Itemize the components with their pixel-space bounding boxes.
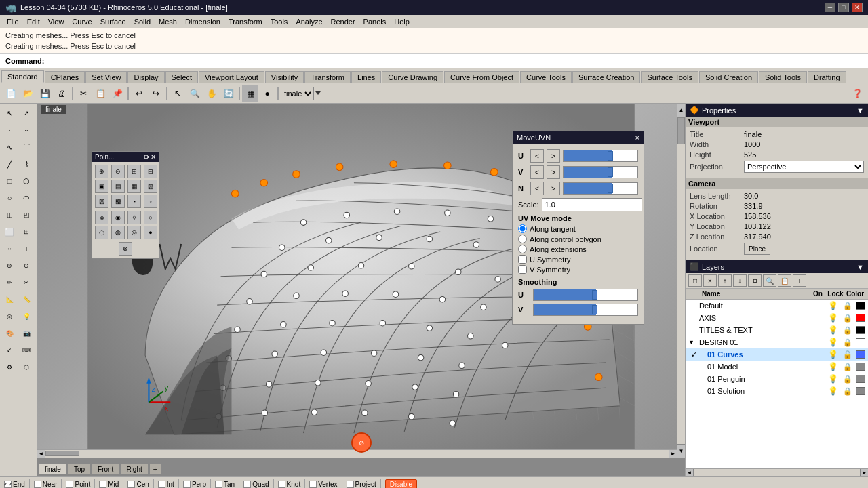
point-panel-gear[interactable]: ⚙ <box>143 153 149 161</box>
point-icon-15[interactable]: ◊ <box>127 211 141 224</box>
menu-item-help[interactable]: Help <box>390 17 414 26</box>
menu-item-analyze[interactable]: Analyze <box>292 17 326 26</box>
radio-polygon-input[interactable] <box>518 235 527 243</box>
layer-on-titles[interactable]: 💡 <box>826 325 840 335</box>
snap-end-checkbox[interactable]: ✓ <box>4 481 12 488</box>
viewport-area[interactable]: www.rrcg.cn <box>37 104 685 476</box>
curve-tool-2[interactable]: ⌒ <box>18 139 35 155</box>
point-icon-1[interactable]: ⊕ <box>95 165 108 178</box>
snap-mid-checkbox[interactable] <box>99 481 106 488</box>
open-button[interactable]: 📂 <box>20 85 36 102</box>
snap-knot-checkbox[interactable] <box>278 481 285 488</box>
menu-item-dimension[interactable]: Dimension <box>181 17 224 26</box>
toolbar-tab-display[interactable]: Display <box>127 71 164 83</box>
point-icon-8[interactable]: ▧ <box>144 180 157 193</box>
add-layer-btn[interactable]: + <box>793 274 806 287</box>
move-layer-down-btn[interactable]: ↓ <box>733 274 747 287</box>
layer-color-01model[interactable] <box>856 363 865 371</box>
toolbar-tab-drafting[interactable]: Drafting <box>808 71 846 83</box>
toolbar-tab-curve-drawing[interactable]: Curve Drawing <box>382 71 443 83</box>
dimension-tool[interactable]: ↔ <box>1 241 18 257</box>
toolbar-tab-solid-tools[interactable]: Solid Tools <box>759 71 807 83</box>
menu-item-render[interactable]: Render <box>327 17 359 26</box>
window-controls[interactable]: ─ □ ✕ <box>825 3 863 12</box>
select-tool-2[interactable]: ↗ <box>18 105 35 121</box>
viewport-tab-finale[interactable]: finale <box>39 464 67 475</box>
layers-scroll-left[interactable]: ◄ <box>686 469 694 476</box>
snap-point-checkbox[interactable] <box>66 481 73 488</box>
move-layer-up-btn[interactable]: ↑ <box>718 274 732 287</box>
layer-on-default[interactable]: 💡 <box>826 301 840 310</box>
point-icon-5[interactable]: ▣ <box>95 180 108 193</box>
point-icon-2[interactable]: ⊙ <box>111 165 125 178</box>
toolbar-tab-surface-tools[interactable]: Surface Tools <box>641 71 698 83</box>
light-tool[interactable]: 💡 <box>18 308 35 325</box>
edit-tool[interactable]: ✏ <box>1 274 18 291</box>
layer-lock-01solution[interactable]: 🔒 <box>840 387 856 396</box>
copy-button[interactable]: 📋 <box>92 85 108 102</box>
snap-vertex-checkbox[interactable] <box>309 481 317 488</box>
toolbar-tab-cplanes[interactable]: CPlanes <box>45 71 85 83</box>
layer-lock-design01[interactable]: 🔒 <box>840 338 856 347</box>
vscroll-down[interactable]: ▼ <box>677 444 685 458</box>
toolbar-tab-visibility[interactable]: Visibility <box>265 71 304 83</box>
circle-tool[interactable]: ○ <box>1 190 18 206</box>
viewport-tab-top[interactable]: Top <box>68 464 91 475</box>
smooth-v-slider[interactable] <box>533 304 638 316</box>
viewport-tab-front[interactable]: Front <box>92 464 119 475</box>
layer-lock-01curves[interactable]: 🔓 <box>840 350 856 359</box>
uvn-v-slider[interactable] <box>563 166 638 178</box>
toolbar-tab-curve-tools[interactable]: Curve Tools <box>520 71 572 83</box>
layer-item-01solution[interactable]: 01 Solution 💡 🔒 <box>686 385 868 397</box>
rect-tool[interactable]: □ <box>1 173 18 189</box>
layer-on-design01[interactable]: 💡 <box>826 338 840 347</box>
properties-collapse-btn[interactable]: ▼ <box>856 106 864 115</box>
rotate-button[interactable]: 🔄 <box>220 85 237 102</box>
layer-item-01curves[interactable]: ✓ 01 Curves 💡 🔓 <box>686 348 868 361</box>
hscroll-right[interactable]: ► <box>669 450 677 458</box>
layer-lock-default[interactable]: 🔒 <box>840 302 856 310</box>
layer-lock-axis[interactable]: 🔒 <box>840 314 856 323</box>
analysis-tool-2[interactable]: 📏 <box>18 291 35 308</box>
layer-item-01penguin[interactable]: 01 Penguin 💡 🔒 <box>686 373 868 385</box>
point-icon-7[interactable]: ▦ <box>127 180 141 193</box>
layer-on-axis[interactable]: 💡 <box>826 313 840 323</box>
layer-filter-btn[interactable]: 🔍 <box>763 274 776 287</box>
viewport-selector[interactable]: finale <box>281 87 321 100</box>
toolbar-tab-surface-creation[interactable]: Surface Creation <box>572 71 641 83</box>
minimize-button[interactable]: ─ <box>825 3 835 12</box>
toolbar-tab-solid-creation[interactable]: Solid Creation <box>699 71 758 83</box>
projection-select[interactable]: Perspective <box>744 161 864 173</box>
undo-button[interactable]: ↩ <box>131 85 147 102</box>
menu-item-tools[interactable]: Tools <box>267 17 292 26</box>
disable-snap-button[interactable]: Disable <box>385 479 417 488</box>
layer-lock-01penguin[interactable]: 🔒 <box>840 375 856 384</box>
layer-color-design01[interactable] <box>856 338 865 346</box>
toolbar-tab-lines[interactable]: Lines <box>351 71 381 83</box>
menu-item-edit[interactable]: Edit <box>23 17 44 26</box>
layer-color-default[interactable] <box>856 302 865 310</box>
layer-color-01solution[interactable] <box>856 387 865 395</box>
viewport-tab-right[interactable]: Right <box>120 464 148 475</box>
check-tool[interactable]: ✓ <box>1 342 18 359</box>
menu-item-panels[interactable]: Panels <box>359 17 391 26</box>
material-tool[interactable]: 🎨 <box>1 325 18 342</box>
layer-expand-design01[interactable]: ▼ <box>688 339 699 346</box>
vscroll-up[interactable]: ▲ <box>677 104 685 117</box>
render-button[interactable]: ● <box>259 85 275 102</box>
snap-tool[interactable]: ◎ <box>1 308 18 325</box>
point-icon-10[interactable]: ▩ <box>111 195 125 208</box>
transform-tool-2[interactable]: ⊙ <box>18 258 35 274</box>
point-icon-6[interactable]: ▤ <box>111 180 125 193</box>
curve-tool[interactable]: ∿ <box>1 139 18 155</box>
polyline-tool[interactable]: ⌇ <box>18 156 35 172</box>
layer-lock-01model[interactable]: 🔒 <box>840 363 856 371</box>
menu-item-transform[interactable]: Transform <box>224 17 267 26</box>
layer-color-01penguin[interactable] <box>856 375 865 383</box>
layer-settings-btn[interactable]: ⚙ <box>748 274 762 287</box>
uvn-v-left[interactable]: < <box>530 165 544 179</box>
polygon-tool[interactable]: ⬡ <box>18 173 35 189</box>
misc-tool[interactable]: ⚙ <box>1 359 18 375</box>
viewport-tab-add[interactable]: + <box>149 464 161 475</box>
point-icon-20[interactable]: ● <box>144 226 157 239</box>
